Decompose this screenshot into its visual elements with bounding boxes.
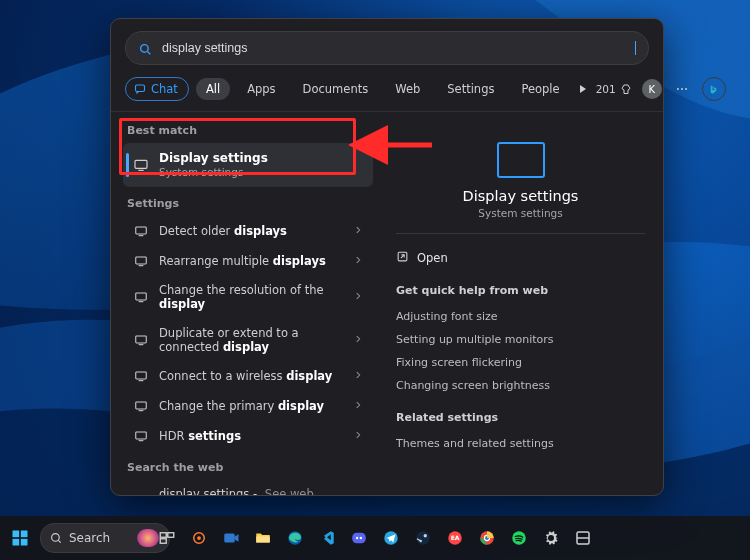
display-icon (133, 398, 149, 414)
svg-point-4 (677, 88, 679, 90)
chat-pill[interactable]: Chat (125, 77, 189, 101)
display-icon (133, 368, 149, 384)
overflow-icon[interactable] (672, 79, 692, 99)
filter-more-icon[interactable] (577, 79, 589, 99)
detail-subtitle: System settings (396, 207, 645, 219)
svg-rect-21 (136, 432, 147, 439)
quick-help-link[interactable]: Fixing screen flickering (396, 351, 645, 374)
svg-rect-31 (13, 539, 20, 546)
svg-point-6 (685, 88, 687, 90)
result-label: Rearrange multiple displays (159, 254, 343, 268)
explorer-icon[interactable] (250, 525, 276, 551)
points-value: 201 (596, 83, 616, 95)
rewards-points[interactable]: 201 (596, 83, 632, 95)
web-section-header: Search the web (127, 461, 369, 474)
chrome-icon[interactable] (474, 525, 500, 551)
filter-apps[interactable]: Apps (237, 78, 285, 100)
settings-result-item[interactable]: Change the resolution of the display (123, 276, 373, 319)
open-action[interactable]: Open (396, 246, 645, 270)
bing-icon[interactable] (702, 77, 726, 101)
header-right-tools: 201 K (596, 77, 726, 101)
filter-all[interactable]: All (196, 78, 230, 100)
user-avatar[interactable]: K (642, 79, 662, 99)
settings-result-item[interactable]: HDR settings (123, 421, 373, 451)
settings-result-item[interactable]: Change the primary display (123, 391, 373, 421)
web-result-item[interactable]: display settings - See web results (123, 480, 373, 495)
display-icon (133, 289, 149, 305)
filter-people[interactable]: People (511, 78, 569, 100)
taskbar: Search EA (0, 516, 750, 560)
framework-icon[interactable] (186, 525, 212, 551)
search-row (111, 19, 663, 73)
chat-label: Chat (151, 82, 178, 96)
quick-help-link[interactable]: Adjusting font size (396, 305, 645, 328)
chat-icon (134, 83, 146, 95)
vscode-icon[interactable] (314, 525, 340, 551)
annotation-arrow (370, 130, 440, 164)
chevron-right-icon (353, 369, 363, 383)
filter-documents[interactable]: Documents (293, 78, 379, 100)
settings-result-item[interactable]: Rearrange multiple displays (123, 246, 373, 276)
gear-icon[interactable] (538, 525, 564, 551)
best-match-text: Display settings System settings (159, 151, 268, 179)
settings-result-item[interactable]: Duplicate or extend to a connected displ… (123, 319, 373, 362)
quick-help-link[interactable]: Changing screen brightness (396, 374, 645, 397)
svg-point-46 (360, 537, 362, 539)
best-match-title: Display settings (159, 151, 268, 165)
web-search-icon (133, 494, 149, 495)
svg-point-49 (424, 534, 427, 537)
web-result-label: display settings - See web results (159, 487, 343, 495)
svg-line-34 (58, 540, 60, 542)
svg-rect-7 (135, 160, 147, 168)
start-search-flyout: Chat All Apps Documents Web Settings Peo… (110, 18, 664, 496)
camera-icon[interactable] (218, 525, 244, 551)
svg-rect-40 (224, 534, 235, 543)
svg-rect-36 (168, 533, 174, 538)
settings-section-header: Settings (127, 197, 369, 210)
results-body: Best match Display settings System setti… (111, 112, 663, 495)
results-left-column: Best match Display settings System setti… (111, 112, 379, 495)
taskview-icon[interactable] (154, 525, 180, 551)
svg-point-0 (141, 45, 149, 53)
result-label: Change the resolution of the display (159, 283, 343, 312)
spotify-icon[interactable] (506, 525, 532, 551)
display-icon (133, 253, 149, 269)
taskbar-left: Search (6, 523, 170, 553)
related-settings-link[interactable]: Themes and related settings (396, 432, 645, 455)
taskbar-search[interactable]: Search (40, 523, 170, 553)
settings-result-item[interactable]: Detect older displays (123, 216, 373, 246)
svg-point-5 (681, 88, 683, 90)
search-box[interactable] (125, 31, 649, 65)
discord-icon[interactable] (346, 525, 372, 551)
svg-rect-37 (160, 539, 166, 544)
search-input[interactable] (160, 40, 633, 56)
best-match-item[interactable]: Display settings System settings (123, 143, 373, 187)
steam-icon[interactable] (410, 525, 436, 551)
svg-marker-41 (235, 534, 239, 542)
related-settings-header: Related settings (396, 411, 645, 424)
filter-settings[interactable]: Settings (437, 78, 504, 100)
result-label: HDR settings (159, 429, 343, 443)
edge-icon[interactable] (282, 525, 308, 551)
svg-marker-3 (580, 85, 586, 93)
filter-web[interactable]: Web (385, 78, 430, 100)
svg-rect-2 (136, 85, 145, 92)
search-icon (138, 41, 152, 55)
result-label: Connect to a wireless display (159, 369, 343, 383)
result-label: Detect older displays (159, 224, 343, 238)
detail-separator (396, 233, 645, 234)
text-caret (635, 41, 636, 55)
svg-rect-32 (21, 539, 28, 546)
ea-icon[interactable]: EA (442, 525, 468, 551)
telegram-icon[interactable] (378, 525, 404, 551)
filter-bar: Chat All Apps Documents Web Settings Peo… (111, 73, 663, 112)
chevron-right-icon (353, 333, 363, 347)
svg-rect-19 (136, 402, 147, 409)
selection-accent (126, 153, 129, 177)
detail-title: Display settings (396, 188, 645, 204)
display-icon (133, 157, 149, 173)
settings-result-item[interactable]: Connect to a wireless display (123, 361, 373, 391)
start-button[interactable] (6, 524, 34, 552)
quick-help-link[interactable]: Setting up multiple monitors (396, 328, 645, 351)
snip-icon[interactable] (570, 525, 596, 551)
